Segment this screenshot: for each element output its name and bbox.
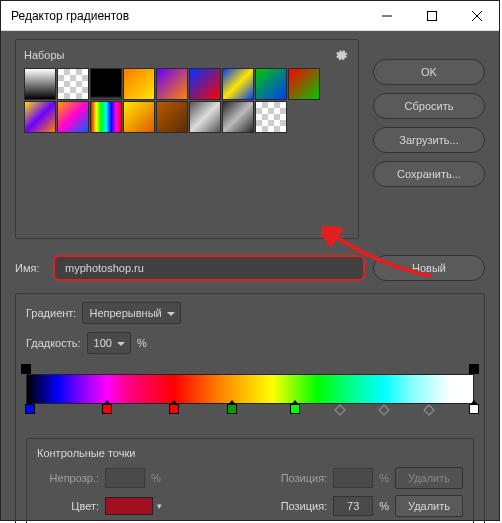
opacity-position-input — [333, 468, 373, 488]
new-button[interactable]: Новый — [373, 255, 485, 281]
presets-label: Наборы — [24, 49, 65, 61]
maximize-button[interactable] — [409, 1, 454, 31]
color-position-percent: % — [379, 500, 389, 512]
delete-opacity-stop-button: Удалить — [395, 467, 463, 489]
preset-swatch[interactable] — [156, 68, 188, 100]
position-label-2: Позиция: — [265, 500, 327, 512]
preset-swatch[interactable] — [255, 68, 287, 100]
control-points-title: Контрольные точки — [37, 447, 463, 459]
color-stop[interactable] — [169, 404, 179, 414]
color-stop[interactable] — [227, 404, 237, 414]
content-area: Наборы OK Сбросить Загрузить... Сохранит… — [1, 31, 499, 523]
preset-swatch[interactable] — [90, 101, 122, 133]
color-stop[interactable] — [25, 404, 35, 414]
preset-swatch[interactable] — [123, 68, 155, 100]
minimize-button[interactable] — [364, 1, 409, 31]
color-stop[interactable] — [102, 404, 112, 414]
control-points-panel: Контрольные точки Непрозр.: % Позиция: %… — [26, 438, 474, 523]
midpoint[interactable] — [379, 404, 390, 415]
preset-swatch[interactable] — [57, 101, 89, 133]
preset-swatch[interactable] — [189, 101, 221, 133]
opacity-position-percent: % — [379, 472, 389, 484]
presets-panel: Наборы — [15, 39, 359, 239]
opacity-stops-track[interactable] — [26, 364, 474, 374]
gradient-section: Градиент: Непрерывный Гдадкость: 100 % К… — [15, 293, 485, 523]
preset-swatch[interactable] — [123, 101, 155, 133]
color-label: Цвет: — [37, 500, 99, 512]
gradient-type-label: Градиент: — [26, 307, 76, 319]
opacity-input — [105, 468, 145, 488]
delete-color-stop-button[interactable]: Удалить — [395, 495, 463, 517]
smoothness-percent: % — [137, 337, 147, 349]
position-label-1: Позиция: — [265, 472, 327, 484]
color-swatch[interactable] — [105, 497, 153, 515]
preset-swatch[interactable] — [24, 68, 56, 100]
color-stop[interactable] — [290, 404, 300, 414]
window-title: Редактор градиентов — [11, 9, 364, 23]
ok-button[interactable]: OK — [373, 59, 485, 85]
opacity-percent: % — [151, 472, 161, 484]
preset-swatch[interactable] — [288, 68, 320, 100]
color-position-input[interactable] — [333, 496, 373, 516]
gear-icon — [334, 48, 348, 62]
close-button[interactable] — [454, 1, 499, 31]
midpoint[interactable] — [424, 404, 435, 415]
preset-swatch[interactable] — [222, 68, 254, 100]
name-label: Имя: — [15, 262, 45, 274]
reset-button[interactable]: Сбросить — [373, 93, 485, 119]
gradient-bar-area — [26, 364, 474, 418]
preset-swatch[interactable] — [222, 101, 254, 133]
opacity-stop[interactable] — [469, 364, 479, 374]
midpoint[interactable] — [334, 404, 345, 415]
presets-menu-button[interactable] — [332, 46, 350, 64]
preset-swatch[interactable] — [189, 68, 221, 100]
save-button[interactable]: Сохранить... — [373, 161, 485, 187]
window-buttons — [364, 1, 499, 31]
load-button[interactable]: Загрузить... — [373, 127, 485, 153]
preset-swatch[interactable] — [255, 101, 287, 133]
titlebar: Редактор градиентов — [1, 1, 499, 31]
smoothness-input[interactable]: 100 — [87, 332, 131, 354]
name-input[interactable] — [53, 255, 365, 281]
preset-swatch[interactable] — [156, 101, 188, 133]
opacity-stop[interactable] — [21, 364, 31, 374]
gradient-bar[interactable] — [26, 374, 474, 404]
color-stops-track[interactable] — [26, 404, 474, 418]
chevron-down-icon[interactable]: ▾ — [157, 501, 162, 511]
preset-swatch[interactable] — [90, 68, 122, 100]
smoothness-label: Гдадкость: — [26, 337, 81, 349]
preset-swatch[interactable] — [24, 101, 56, 133]
color-stop[interactable] — [469, 404, 479, 414]
gradient-editor-window: Редактор градиентов Наборы OK Сбросить З — [0, 0, 500, 521]
gradient-type-select[interactable]: Непрерывный — [82, 302, 180, 324]
preset-grid — [24, 68, 324, 133]
preset-swatch[interactable] — [57, 68, 89, 100]
svg-rect-1 — [427, 11, 436, 20]
opacity-label: Непрозр.: — [37, 472, 99, 484]
